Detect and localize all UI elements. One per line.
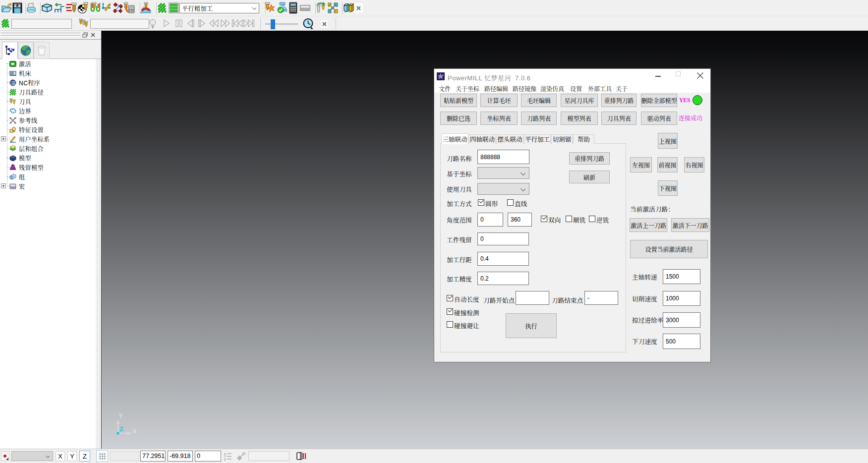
- svg-text:Z: Z: [119, 425, 123, 433]
- svg-text:Y: Y: [118, 412, 123, 419]
- svg-text:Z: Z: [224, 458, 226, 461]
- svg-text:X: X: [132, 428, 137, 435]
